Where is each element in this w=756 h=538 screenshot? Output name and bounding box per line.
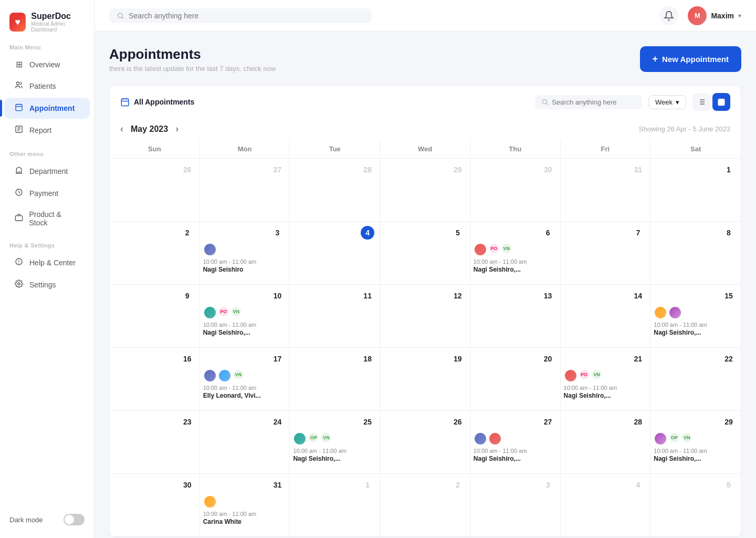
calendar-cell[interactable]: 3 [470, 474, 561, 537]
app-subtitle: Medical Admin Dashboard [31, 21, 85, 33]
calendar-cell[interactable]: 13 [470, 285, 561, 348]
appointment-icon [14, 103, 24, 113]
day-header-thu: Thu [470, 140, 561, 159]
day-number: 29 [722, 415, 736, 429]
calendar-cell[interactable]: 30 [110, 474, 200, 537]
week-select[interactable]: Week ▾ [648, 95, 686, 109]
calendar-cell[interactable]: 23 [110, 411, 200, 474]
calendar-cell[interactable]: 5 [650, 474, 741, 537]
appointment-avatars: OPVN [654, 432, 736, 446]
calendar-cell[interactable]: 26 [380, 411, 470, 474]
calendar-view-button[interactable] [712, 93, 730, 111]
topbar-search[interactable] [109, 8, 372, 23]
day-number: 20 [541, 352, 555, 366]
sidebar-item-appointment[interactable]: Appointment [4, 98, 90, 119]
appointment-entry: POVN10:00 am - 11:00 amNagi Seishiro,... [203, 306, 285, 336]
appointment-avatars: POVN [564, 369, 645, 382]
calendar-cell[interactable]: 11 [290, 285, 380, 348]
calendar-cell[interactable]: 4 [290, 222, 380, 285]
new-appointment-button[interactable]: + New Appointment [640, 46, 741, 72]
sidebar-item-overview[interactable]: ⊞ Overview [4, 54, 90, 75]
calendar-cell[interactable]: 28 [561, 411, 651, 474]
list-view-button[interactable] [692, 93, 710, 111]
appointment-name: Nagi Seishiro,... [654, 455, 736, 462]
calendar-cell[interactable]: 24 [200, 411, 290, 474]
calendar-cell[interactable]: 1 [650, 159, 741, 222]
calendar-cell[interactable]: 31 [561, 159, 651, 222]
calendar-cell[interactable]: 1 [290, 474, 380, 537]
calendar-cell[interactable]: 16 [110, 348, 200, 411]
calendar-cell[interactable]: 19 [380, 348, 470, 411]
cal-search-input[interactable] [552, 98, 636, 106]
calendar-cell[interactable]: 6POVN10:00 am - 11:00 amNagi Seishiro,..… [470, 222, 561, 285]
svg-rect-27 [718, 99, 724, 106]
day-number: 30 [181, 478, 194, 492]
day-number: 13 [541, 289, 555, 303]
calendar-body: 26272829303112310:00 am - 11:00 amNagi S… [110, 159, 741, 537]
appointment-time: 10:00 am - 11:00 am [564, 385, 645, 391]
calendar-cell[interactable]: 17VN10:00 am - 11:00 amElly Leonard, Viv… [200, 348, 290, 411]
main-menu-label: Main Menu [0, 35, 94, 54]
dark-mode-toggle[interactable] [64, 514, 85, 525]
calendar-cell[interactable]: 5 [380, 222, 470, 285]
calendar-cell[interactable]: 1510:00 am - 11:00 amNagi Seishiro,... [650, 285, 741, 348]
sidebar-item-patients[interactable]: Patients [4, 76, 90, 97]
user-area[interactable]: M Maxim ▾ [688, 6, 741, 25]
calendar-cell[interactable]: 2710:00 am - 11:00 amNagi Seishiro,... [470, 411, 561, 474]
sidebar-item-help[interactable]: Help & Center [4, 252, 90, 273]
day-number: 27 [270, 163, 284, 177]
calendar-cell[interactable]: 22 [650, 348, 741, 411]
day-number: 23 [181, 415, 194, 429]
page-subtitle: there is the latest update for the last … [109, 65, 276, 73]
sidebar-item-department[interactable]: Department [4, 161, 90, 182]
calendar-search[interactable] [535, 95, 642, 109]
sidebar-item-report[interactable]: Report [4, 120, 90, 141]
calendar-cell[interactable]: 12 [380, 285, 470, 348]
calendar-cell[interactable]: 9 [110, 285, 200, 348]
appointment-entry: OPVN10:00 am - 11:00 amNagi Seishiro,... [654, 432, 736, 462]
day-number: 31 [270, 478, 284, 492]
calendar-cell[interactable]: 10POVN10:00 am - 11:00 amNagi Seishiro,.… [200, 285, 290, 348]
sidebar-item-label: Overview [29, 60, 60, 69]
day-number: 26 [181, 163, 194, 177]
calendar-cell[interactable]: 29OPVN10:00 am - 11:00 amNagi Seishiro,.… [650, 411, 741, 474]
calendar-cell[interactable]: 29 [380, 159, 470, 222]
calendar-cell[interactable]: 25OPVN10:00 am - 11:00 amNagi Seishiro,.… [290, 411, 380, 474]
calendar-cell[interactable]: 14 [561, 285, 651, 348]
sidebar-item-product-stock[interactable]: Product & Stock [4, 205, 90, 232]
calendar-cell[interactable]: 30 [470, 159, 561, 222]
calendar-cell[interactable]: 27 [200, 159, 290, 222]
help-label: Help & Settings [0, 233, 94, 252]
day-number: 31 [631, 163, 645, 177]
calendar-cell[interactable]: 2 [110, 222, 200, 285]
sidebar-item-payment[interactable]: Payment [4, 183, 90, 204]
badge-po: PO [488, 243, 500, 254]
appointment-name: Carina White [203, 518, 285, 525]
prev-month-button[interactable]: ‹ [120, 123, 123, 134]
product-stock-icon [14, 213, 24, 224]
appointment-avatars: VN [203, 369, 285, 382]
calendar-cell[interactable]: 4 [561, 474, 651, 537]
notification-button[interactable] [659, 6, 678, 25]
week-chevron-icon: ▾ [676, 98, 679, 106]
calendar-cell[interactable]: 18 [290, 348, 380, 411]
appointment-avatars [654, 306, 736, 319]
appointment-entry: 10:00 am - 11:00 amNagi Seishiro [203, 243, 285, 273]
month-nav-left: ‹ May 2023 › [120, 123, 178, 134]
calendar-cell[interactable]: 3110:00 am - 11:00 amCarina White [200, 474, 290, 537]
sidebar-item-settings[interactable]: Settings [4, 274, 90, 295]
calendar-cell[interactable]: 7 [561, 222, 651, 285]
calendar-cell[interactable]: 28 [290, 159, 380, 222]
appointment-time: 10:00 am - 11:00 am [474, 448, 555, 454]
next-month-button[interactable]: › [175, 123, 178, 134]
calendar-cell[interactable]: 310:00 am - 11:00 amNagi Seishiro [200, 222, 290, 285]
search-input[interactable] [129, 12, 364, 20]
calendar-cell[interactable]: 2 [380, 474, 470, 537]
day-number: 6 [541, 226, 555, 240]
calendar-cell[interactable]: 26 [110, 159, 200, 222]
calendar-cell[interactable]: 21POVN10:00 am - 11:00 amNagi Seishiro,.… [561, 348, 651, 411]
calendar-cell[interactable]: 20 [470, 348, 561, 411]
topbar-right: M Maxim ▾ [659, 6, 741, 25]
badge-vn: VN [230, 306, 242, 317]
calendar-cell[interactable]: 8 [650, 222, 741, 285]
